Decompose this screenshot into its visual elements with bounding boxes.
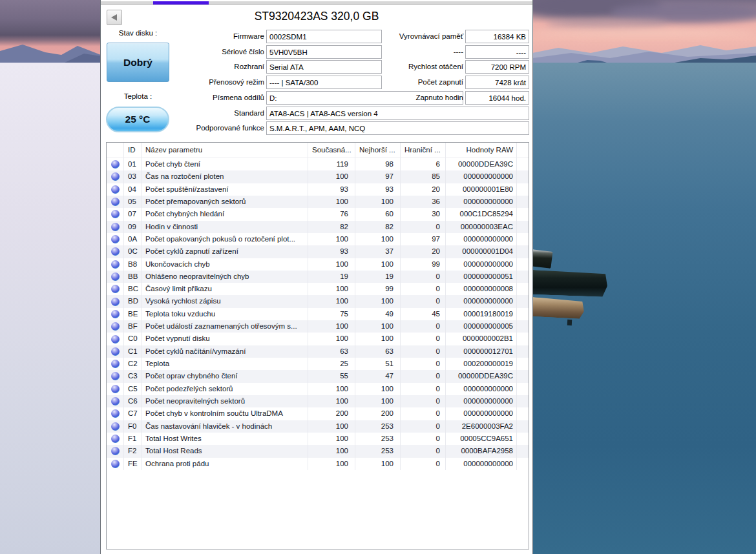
table-cell: 05 <box>124 196 142 208</box>
table-cell: 76 <box>308 208 355 220</box>
table-cell: 100 <box>355 333 401 345</box>
field-row: -------- <box>101 45 532 59</box>
table-cell: BF <box>124 320 142 333</box>
table-row[interactable]: FEOchrana proti pádu1001000000000000000 <box>107 458 529 470</box>
table-header-cell[interactable]: Hodnoty RAW <box>446 143 517 158</box>
status-cell <box>107 333 124 345</box>
table-cell-filler <box>517 196 529 208</box>
status-orb-icon <box>111 385 120 393</box>
table-cell: 000000012701 <box>446 345 517 358</box>
table-cell-filler <box>517 283 529 295</box>
table-cell: Počet podezřelých sektorů <box>142 383 308 395</box>
table-cell: 100 <box>355 383 401 395</box>
table-cell: 00005CC9A651 <box>446 433 517 445</box>
table-cell: 000000000000 <box>446 233 517 245</box>
table-row[interactable]: BCČasový limit příkazu100990000000000008 <box>107 283 529 295</box>
table-row[interactable]: C7Počet chyb v kontrolním součtu UltraDM… <box>107 407 529 420</box>
table-header-cell[interactable]: ID <box>124 143 142 158</box>
status-orb-icon <box>111 160 120 169</box>
table-cell: C5 <box>124 383 142 395</box>
table-header-cell[interactable]: Název parametru <box>142 143 308 158</box>
table-row[interactable]: 04Počet spuštění/zastavení93932000000000… <box>107 183 529 196</box>
table-cell: Ochrana proti pádu <box>142 458 308 470</box>
table-cell: 0 <box>401 433 446 445</box>
table-cell-filler <box>517 445 529 457</box>
table-cell-filler <box>517 345 529 358</box>
table-cell: Čas na roztočení ploten <box>142 170 308 183</box>
table-row[interactable]: C3Počet oprav chybného čtení5547000000DD… <box>107 370 529 382</box>
table-cell: 93 <box>308 183 355 196</box>
status-cell <box>107 208 124 220</box>
table-cell: 100 <box>308 333 355 345</box>
table-row[interactable]: 07Počet chybných hledání766030000C1DC852… <box>107 208 529 220</box>
table-header-cell[interactable] <box>107 143 124 158</box>
table-row[interactable]: BFPočet událostí zaznamenaných otřesovým… <box>107 320 529 333</box>
table-cell: 000000001E80 <box>446 183 517 196</box>
status-cell <box>107 420 124 433</box>
field-label: Rychlost otáčení <box>375 60 463 74</box>
status-orb-icon <box>111 422 120 431</box>
table-row[interactable]: B8Ukončovacích chyb10010099000000000000 <box>107 258 529 271</box>
table-row[interactable]: 0CPočet cyklů zapnutí zařízení9337200000… <box>107 245 529 258</box>
table-cell: 200 <box>355 407 401 420</box>
field-row: StandardATA8-ACS | ATA8-ACS version 4 <box>101 107 532 121</box>
table-cell: 00000DDEA39C <box>446 370 517 382</box>
table-cell: Počet událostí zaznamenaných otřesovým s… <box>142 320 308 333</box>
table-row[interactable]: F2Total Host Reads10025300000BAFA2958 <box>107 445 529 457</box>
table-row[interactable]: BDVysoká rychlost zápisu1001000000000000… <box>107 295 529 307</box>
table-cell: 99 <box>401 258 446 271</box>
table-row[interactable]: C5Počet podezřelých sektorů1001000000000… <box>107 383 529 395</box>
table-cell: 0000BAFA2958 <box>446 445 517 457</box>
table-cell: Počet přemapovaných sektorů <box>142 196 308 208</box>
field-value-box: ATA8-ACS | ATA8-ACS version 4 <box>266 107 529 120</box>
table-cell: C3 <box>124 370 142 382</box>
table-cell: 0 <box>401 358 446 370</box>
status-cell <box>107 283 124 295</box>
table-cell: Počet chybných hledání <box>142 208 308 220</box>
table-cell: 100 <box>355 258 401 271</box>
pier <box>532 249 616 339</box>
status-orb-icon <box>111 298 120 306</box>
table-cell: 63 <box>308 345 355 358</box>
table-row[interactable]: BETeplota toku vzduchu754945000019180019 <box>107 308 529 320</box>
pier-beam <box>532 270 608 297</box>
table-header-cell[interactable]: Hraniční ... <box>401 143 446 158</box>
table-row[interactable]: C6Počet neopravitelných sektorů100100000… <box>107 395 529 407</box>
field-label: Standard <box>114 107 264 120</box>
table-cell: Ukončovacích chyb <box>142 258 308 271</box>
table-header-cell[interactable]: Současná... <box>308 143 355 158</box>
table-row[interactable]: 01Počet chyb čtení11998600000DDEA39C <box>107 158 529 170</box>
status-cell <box>107 445 124 457</box>
table-cell-filler <box>517 383 529 395</box>
table-body: 01Počet chyb čtení11998600000DDEA39C03Ča… <box>107 158 529 470</box>
table-cell: 000000000000 <box>446 458 517 470</box>
table-cell: Počet vypnutí disku <box>142 333 308 345</box>
wallpaper-mist <box>0 63 101 554</box>
table-row[interactable]: 05Počet přemapovaných sektorů10010036000… <box>107 196 529 208</box>
table-header-cell[interactable]: Nejhorší ... <box>355 143 401 158</box>
table-cell-filler <box>517 258 529 271</box>
table-cell-filler <box>517 333 529 345</box>
smart-attributes-table: IDNázev parametruSoučasná...Nejhorší ...… <box>106 142 529 549</box>
table-cell: 93 <box>355 183 401 196</box>
table-cell: 119 <box>308 158 355 170</box>
table-row[interactable]: 09Hodin v činnosti82820000000003EAC <box>107 221 529 233</box>
table-cell: 37 <box>355 245 401 258</box>
field-label: ---- <box>375 45 463 59</box>
table-cell: 0 <box>401 283 446 295</box>
table-cell: 0A <box>124 233 142 245</box>
table-row[interactable]: F0Čas nastavování hlaviček - v hodinách1… <box>107 420 529 433</box>
table-row[interactable]: F1Total Host Writes100253000005CC9A651 <box>107 433 529 445</box>
table-cell-filler <box>517 320 529 333</box>
table-row[interactable]: 0APočet opakovaných pokusů o roztočení p… <box>107 233 529 245</box>
table-row[interactable]: C2Teplota25510000200000019 <box>107 358 529 370</box>
table-cell: 75 <box>308 308 355 320</box>
table-cell: 0 <box>401 395 446 407</box>
table-row[interactable]: BBOhlášeno neopravitelných chyb191900000… <box>107 271 529 283</box>
table-cell: 07 <box>124 208 142 220</box>
table-row[interactable]: 03Čas na roztočení ploten100978500000000… <box>107 170 529 183</box>
field-row: Počet zapnutí7428 krát <box>101 76 532 90</box>
table-row[interactable]: C1Počet cyklů načítání/vymazání636300000… <box>107 345 529 358</box>
table-row[interactable]: C0Počet vypnutí disku10010000000000002B1 <box>107 333 529 345</box>
status-cell <box>107 308 124 320</box>
